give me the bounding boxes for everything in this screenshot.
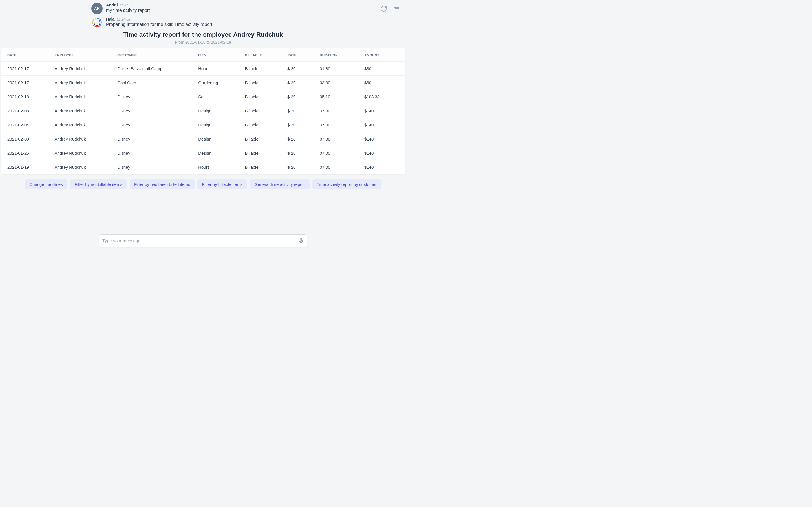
cell-item: Design	[195, 146, 241, 160]
cell-rate: $ 20	[284, 160, 316, 174]
cell-customer: Disney	[114, 104, 195, 118]
cell-rate: $ 20	[284, 76, 316, 90]
cell-date: 2021-02-18	[1, 90, 51, 104]
cell-date: 2021-02-17	[1, 62, 51, 76]
col-item: ITEM	[195, 48, 241, 62]
table-row: 2021-02-17Andrey RudchukCool CarsGardeni…	[1, 76, 405, 90]
cell-date: 2021-01-25	[1, 146, 51, 160]
cell-item: Hours	[195, 160, 241, 174]
svg-point-4	[92, 17, 102, 28]
cell-employee: Andrey Rudchuk	[51, 118, 114, 132]
cell-amount: $140	[361, 118, 405, 132]
cell-amount: $103.33	[361, 90, 405, 104]
svg-point-5	[92, 17, 102, 28]
cell-amount: $60	[361, 76, 405, 90]
action-chip-1[interactable]: Filter by not billable items	[70, 179, 127, 189]
cell-amount: $140	[361, 160, 405, 174]
cell-duration: 07:00	[316, 118, 361, 132]
user-message-text: my time activity report	[106, 8, 150, 13]
cell-employee: Andrey Rudchuk	[51, 62, 114, 76]
cell-rate: $ 20	[284, 62, 316, 76]
action-chips: Change the datesFilter by not billable i…	[0, 179, 406, 189]
col-customer: CUSTOMER	[114, 48, 195, 62]
cell-duration: 07:00	[316, 160, 361, 174]
col-billable: BILLABLE	[241, 48, 284, 62]
user-timestamp: 12:24 pm	[120, 3, 134, 7]
cell-amount: $140	[361, 146, 405, 160]
table-row: 2021-01-25Andrey RudchukDisneyDesignBill…	[1, 146, 405, 160]
cell-customer: Disney	[114, 160, 195, 174]
microphone-icon[interactable]	[298, 238, 304, 244]
cell-duration: 07:00	[316, 104, 361, 118]
cell-date: 2021-02-08	[1, 104, 51, 118]
action-chip-4[interactable]: General time activity report	[250, 179, 310, 189]
cell-date: 2021-02-03	[1, 132, 51, 146]
table-header-row: DATE EMPLOYEE CUSTOMER ITEM BILLABLE RAT…	[1, 48, 405, 62]
cell-billable: Billable	[241, 160, 284, 174]
action-chip-5[interactable]: Time activity report by customer	[312, 179, 381, 189]
cell-customer: Cool Cars	[114, 76, 195, 90]
cell-employee: Andrey Rudchuk	[51, 160, 114, 174]
cell-item: Design	[195, 118, 241, 132]
col-date: DATE	[1, 48, 51, 62]
cell-duration: 07:00	[316, 146, 361, 160]
cell-duration: 03:00	[316, 76, 361, 90]
cell-item: Gardening	[195, 76, 241, 90]
cell-employee: Andrey Rudchuk	[51, 76, 114, 90]
bot-avatar	[91, 17, 103, 28]
cell-employee: Andrey Rudchuk	[51, 132, 114, 146]
cell-amount: $30	[361, 62, 405, 76]
user-name: Andrii	[106, 3, 118, 7]
chat-messages: AR Andrii 12:24 pm my time activity repo…	[0, 0, 406, 189]
cell-billable: Billable	[241, 62, 284, 76]
col-rate: RATE	[284, 48, 316, 62]
report-title: Time activity report for the employee An…	[0, 31, 406, 38]
cell-customer: Disney	[114, 90, 195, 104]
refresh-icon[interactable]	[380, 5, 388, 12]
cell-rate: $ 20	[284, 118, 316, 132]
cell-employee: Andrey Rudchuk	[51, 146, 114, 160]
cell-amount: $140	[361, 104, 405, 118]
table-row: 2021-02-04Andrey RudchukDisneyDesignBill…	[1, 118, 405, 132]
cell-billable: Billable	[241, 104, 284, 118]
col-amount: AMOUNT	[361, 48, 405, 62]
table-row: 2021-02-08Andrey RudchukDisneyDesignBill…	[1, 104, 405, 118]
cell-billable: Billable	[241, 118, 284, 132]
action-chip-3[interactable]: Filter by billable items	[197, 179, 247, 189]
cell-customer: Disney	[114, 132, 195, 146]
cell-date: 2021-01-19	[1, 160, 51, 174]
bot-message-text: Preparing information for the skill: Tim…	[106, 22, 212, 27]
message-input[interactable]	[102, 238, 298, 243]
action-chip-2[interactable]: Filter by has been billed items	[130, 179, 195, 189]
cell-rate: $ 20	[284, 146, 316, 160]
col-duration: DURATION	[316, 48, 361, 62]
user-message-row: AR Andrii 12:24 pm my time activity repo…	[0, 3, 406, 14]
table-row: 2021-01-19Andrey RudchukDisneyHoursBilla…	[1, 160, 405, 174]
table-row: 2021-02-17Andrey RudchukDukes Basketball…	[1, 62, 405, 76]
cell-item: Soil	[195, 90, 241, 104]
cell-rate: $ 20	[284, 132, 316, 146]
table-row: 2021-02-18Andrey RudchukDisneySoilBillab…	[1, 90, 405, 104]
cell-billable: Billable	[241, 76, 284, 90]
bot-timestamp: 12:24 pm	[117, 17, 131, 21]
cell-duration: 05:10	[316, 90, 361, 104]
cell-amount: $140	[361, 132, 405, 146]
cell-item: Design	[195, 104, 241, 118]
cell-duration: 07:00	[316, 132, 361, 146]
cell-employee: Andrey Rudchuk	[51, 90, 114, 104]
cell-customer: Disney	[114, 118, 195, 132]
cell-customer: Disney	[114, 146, 195, 160]
report-table: DATE EMPLOYEE CUSTOMER ITEM BILLABLE RAT…	[1, 48, 405, 174]
cell-item: Design	[195, 132, 241, 146]
cell-duration: 01:30	[316, 62, 361, 76]
menu-icon[interactable]	[393, 5, 400, 12]
cell-billable: Billable	[241, 132, 284, 146]
cell-billable: Billable	[241, 146, 284, 160]
bot-message-row: Hala 12:24 pm Preparing information for …	[0, 17, 406, 28]
cell-date: 2021-02-17	[1, 76, 51, 90]
cell-customer: Dukes Basketball Camp	[114, 62, 195, 76]
user-avatar: AR	[91, 3, 103, 14]
cell-rate: $ 20	[284, 104, 316, 118]
action-chip-0[interactable]: Change the dates	[25, 179, 67, 189]
cell-billable: Billable	[241, 90, 284, 104]
